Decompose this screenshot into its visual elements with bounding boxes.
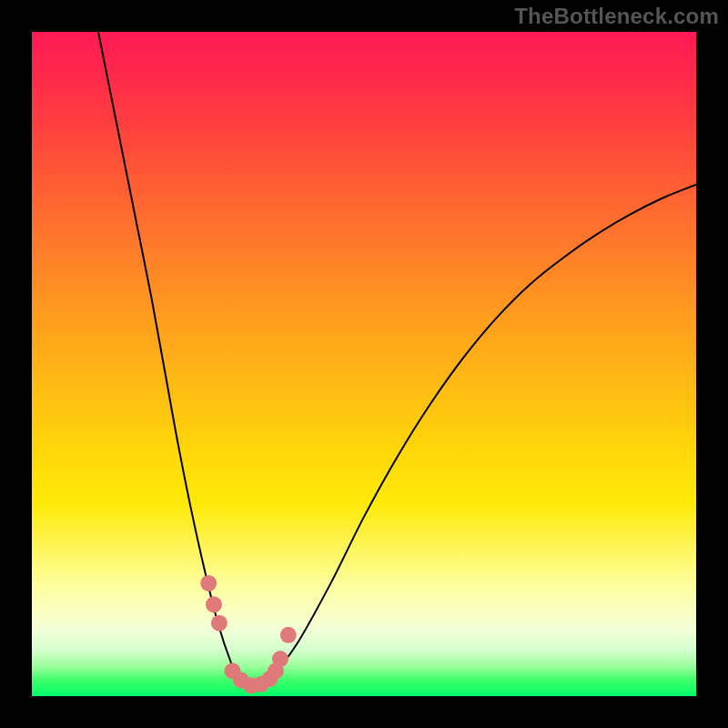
marker-point — [211, 615, 228, 632]
marker-point — [200, 575, 217, 592]
marker-point — [206, 596, 222, 612]
bottleneck-curve — [98, 32, 696, 687]
marker-group — [200, 575, 297, 693]
watermark-text: TheBottleneck.com — [514, 4, 719, 29]
chart-frame: TheBottleneck.com — [0, 0, 728, 728]
marker-point — [272, 651, 288, 667]
curve-svg — [32, 32, 696, 696]
plot-area — [32, 32, 696, 696]
marker-point — [280, 627, 297, 643]
